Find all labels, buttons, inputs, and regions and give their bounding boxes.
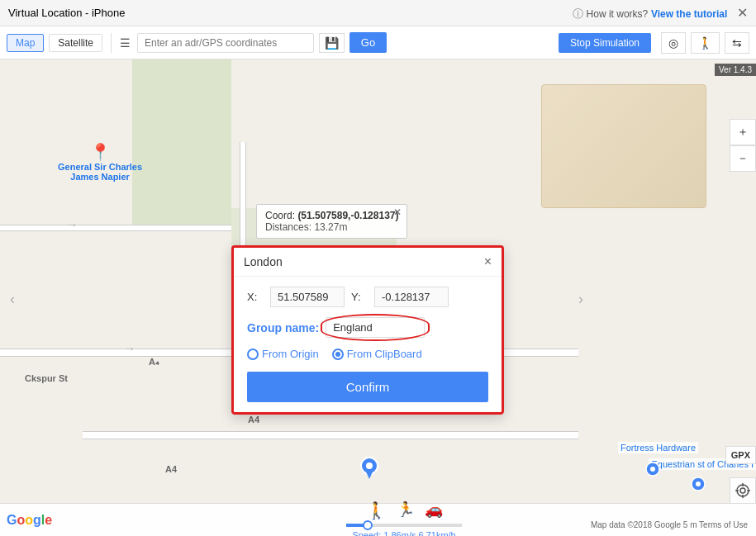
speed-slider-fill (346, 524, 364, 527)
location-pin-icon (359, 456, 379, 481)
equestrian-icon (690, 476, 706, 495)
satellite-tab[interactable]: Satellite (49, 34, 102, 52)
svg-point-2 (366, 462, 373, 469)
map-area[interactable]: → → → Ckspur St A₄ A4 A4 ‹ › 📍 General S… (0, 59, 756, 536)
coord-input[interactable] (137, 33, 314, 53)
speed-slider[interactable] (346, 524, 462, 527)
group-row: Group name: (247, 317, 488, 338)
from-clipboard-option[interactable]: From ClipBoard (332, 348, 422, 360)
road-a4-2 (83, 431, 578, 439)
list-icon: ☰ (120, 36, 131, 50)
y-value: -0.128137 (374, 287, 449, 307)
toolbar: Map Satellite ☰ 💾 Go Stop Simulation ◎ 🚶… (0, 26, 756, 59)
source-row: From Origin From ClipBoard (247, 348, 488, 360)
walk-icon[interactable]: 🚶 (366, 500, 387, 520)
save-icon-button[interactable]: 💾 (319, 33, 345, 53)
gpx-button[interactable]: GPX (725, 446, 756, 464)
coord-row: X: 51.507589 Y: -0.128137 (247, 287, 488, 307)
titlebar: Virtual Location - iPhone ⓘ How it works… (0, 0, 756, 26)
close-button[interactable]: ✕ (737, 6, 748, 20)
group-input-wrap (326, 317, 425, 338)
equestrian-pin-icon (690, 476, 706, 492)
fortress-pin-icon (644, 461, 661, 477)
map-monument (541, 84, 706, 208)
coord-popup-coord: Coord: (51.507589,-0.128137) (265, 210, 398, 221)
tutorial-link[interactable]: View the tutorial (651, 8, 727, 20)
green-area (132, 59, 231, 225)
group-name-input[interactable] (326, 317, 425, 338)
version-label: Ver 1.4.3 (715, 64, 756, 76)
road-label-a4-1: A₄ (149, 357, 159, 368)
arrow-icon-2: → (124, 342, 136, 355)
divider (111, 33, 112, 53)
svg-point-4 (650, 467, 655, 472)
confirm-button[interactable]: Confirm (247, 372, 488, 402)
crosshair-mode-button[interactable]: ◎ (661, 32, 686, 54)
map-tab[interactable]: Map (7, 34, 44, 52)
run-icon[interactable]: 🏃 (397, 500, 415, 520)
svg-point-6 (696, 481, 701, 486)
main-dialog: London × X: 51.507589 Y: -0.128137 Group… (231, 245, 504, 415)
nav-left-arrow: ‹ (10, 291, 15, 308)
zoom-in-button[interactable]: ＋ (730, 119, 756, 145)
target-icon (735, 483, 750, 498)
svg-marker-1 (365, 470, 373, 479)
svg-point-7 (737, 485, 749, 496)
x-value: 51.507589 (270, 287, 345, 307)
help-icon: ⓘ (573, 7, 583, 20)
dialog-title: London (244, 255, 283, 268)
go-button[interactable]: Go (349, 32, 387, 53)
google-logo: Google (7, 513, 52, 528)
target-icon-button[interactable] (730, 477, 756, 504)
center-pin (359, 456, 379, 483)
speed-panel: 🚶 🏃 🚗 Speed: 1.86m/s 6.71km/h (346, 500, 462, 537)
titlebar-right: ⓘ How it works? View the tutorial ✕ (573, 5, 748, 21)
road-label-a4-3: A4 (165, 464, 177, 474)
speed-text: Speed: 1.86m/s 6.71km/h (352, 530, 455, 537)
poi-general-napier: 📍 General Sir Charles James Napier (58, 142, 142, 182)
road-label-a4-2: A4 (248, 415, 259, 425)
fortress-icon (644, 461, 661, 480)
coord-popup: ✕ Coord: (51.507589,-0.128137) Distances… (256, 204, 407, 239)
walk-mode-button[interactable]: 🚶 (691, 32, 720, 54)
arrow-icon: → (66, 218, 78, 231)
x-label: X: (247, 291, 264, 303)
stop-simulation-button[interactable]: Stop Simulation (559, 33, 651, 53)
group-name-label: Group name: (247, 321, 319, 334)
route-mode-button[interactable]: ⇆ (725, 32, 749, 54)
road-label-ckspur: Ckspur St (25, 373, 68, 383)
from-clipboard-radio[interactable] (332, 349, 344, 360)
zoom-out-button[interactable]: － (730, 145, 756, 172)
road-horizontal (0, 225, 231, 231)
y-label: Y: (351, 291, 368, 303)
coord-popup-dist: Distances: 13.27m (265, 221, 398, 233)
map-info: Map data ©2018 Google 5 m Terms of Use (591, 520, 748, 529)
from-origin-radio[interactable] (247, 349, 259, 360)
fortress-hardware-label[interactable]: Fortress Hardware (618, 442, 698, 453)
speed-icons: 🚶 🏃 🚗 (366, 500, 443, 520)
from-origin-option[interactable]: From Origin (247, 348, 319, 360)
svg-point-8 (740, 488, 745, 493)
dialog-close-button[interactable]: × (484, 254, 492, 269)
bottom-bar: Google 🚶 🏃 🚗 Speed: 1.86m/s 6.71km/h Map… (0, 503, 756, 536)
dialog-body: X: 51.507589 Y: -0.128137 Group name: Fr… (234, 277, 502, 412)
app-title: Virtual Location - iPhone (8, 7, 125, 19)
help-text: How it works? (587, 8, 649, 20)
coord-popup-close[interactable]: ✕ (393, 206, 402, 218)
speed-slider-thumb[interactable] (363, 520, 373, 530)
dialog-titlebar: London × (234, 248, 502, 277)
nav-right-arrow: › (578, 291, 583, 308)
right-buttons: ＋ － (730, 119, 756, 172)
drive-icon[interactable]: 🚗 (425, 500, 443, 520)
